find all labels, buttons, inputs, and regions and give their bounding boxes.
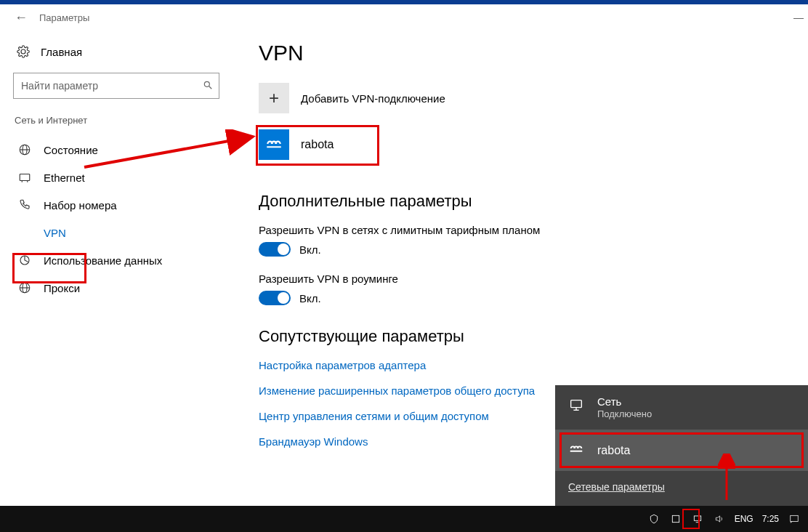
tray-security-icon[interactable] — [647, 514, 660, 524]
sidebar-item-dialup[interactable]: Набор номера — [13, 191, 219, 219]
taskbar: ENG 7:25 — [0, 506, 808, 532]
flyout-vpn-item[interactable]: rabota — [555, 430, 808, 471]
svg-point-0 — [204, 81, 209, 86]
tray-clock[interactable]: 7:25 — [762, 514, 779, 524]
toggle-roaming[interactable] — [259, 291, 291, 305]
sidebar-item-label: Прокси — [44, 282, 80, 294]
minimize-button[interactable]: — — [793, 12, 804, 23]
svg-rect-20 — [791, 515, 799, 521]
page-title: VPN — [259, 41, 808, 65]
search-input[interactable]: Найти параметр — [13, 73, 219, 99]
network-status: Подключено — [597, 408, 652, 419]
sidebar-item-ethernet[interactable]: Ethernet — [13, 164, 219, 191]
sidebar-item-status[interactable]: Состояние — [13, 136, 219, 164]
vpn-icon — [568, 441, 586, 461]
tray-network-icon[interactable] — [691, 514, 704, 524]
datausage-icon — [17, 254, 32, 267]
network-flyout: Сеть Подключено rabota Сетевые параметры — [555, 385, 808, 506]
option-metered-label: Разрешить VPN в сетях с лимитным тарифны… — [259, 224, 808, 236]
tray-volume-icon[interactable] — [713, 514, 726, 524]
sidebar-item-label: VPN — [44, 227, 66, 239]
status-icon — [17, 143, 32, 156]
vpn-connection-item[interactable]: rabota — [259, 129, 808, 160]
network-name: Сеть — [597, 395, 652, 408]
vpn-icon — [17, 226, 32, 239]
toggle-metered-state: Вкл. — [299, 243, 321, 256]
add-vpn-label: Добавить VPN-подключение — [301, 92, 445, 105]
tray-notifications-icon[interactable] — [788, 514, 801, 524]
svg-rect-17 — [672, 515, 679, 522]
search-icon — [203, 80, 213, 92]
home-item[interactable]: Главная — [13, 41, 219, 63]
svg-rect-18 — [694, 516, 700, 520]
tray-app-icon[interactable] — [669, 514, 682, 524]
ethernet-icon — [17, 171, 32, 184]
svg-line-1 — [209, 86, 212, 89]
section-label: Сеть и Интернет — [15, 115, 219, 126]
flyout-vpn-name: rabota — [597, 444, 630, 457]
sidebar-item-label: Использование данных — [44, 254, 162, 267]
window-title: Параметры — [39, 12, 89, 23]
network-settings-link[interactable]: Сетевые параметры — [555, 471, 808, 506]
network-status-item[interactable]: Сеть Подключено — [555, 385, 808, 430]
tray-language[interactable]: ENG — [735, 514, 754, 524]
plus-icon: + — [259, 83, 289, 113]
add-vpn-button[interactable]: + Добавить VPN-подключение — [259, 83, 808, 113]
option-roaming-label: Разрешить VPN в роуминге — [259, 273, 808, 285]
sidebar: Главная Найти параметр Сеть и Интернет С… — [0, 41, 233, 506]
home-label: Главная — [41, 46, 82, 58]
sidebar-item-vpn[interactable]: VPN — [13, 219, 219, 246]
advanced-heading: Дополнительные параметры — [259, 192, 808, 211]
sidebar-item-label: Ethernet — [44, 172, 85, 184]
sidebar-item-label: Набор номера — [44, 199, 117, 211]
sidebar-item-datausage[interactable]: Использование данных — [13, 246, 219, 274]
toggle-metered[interactable] — [259, 242, 291, 257]
sidebar-item-label: Состояние — [44, 144, 98, 156]
gear-icon — [16, 45, 31, 58]
sidebar-item-proxy[interactable]: Прокси — [13, 274, 219, 302]
toggle-roaming-state: Вкл. — [299, 292, 321, 305]
network-icon — [568, 397, 586, 416]
related-heading: Сопутствующие параметры — [259, 327, 808, 346]
svg-rect-5 — [20, 174, 30, 181]
globe-icon — [17, 281, 32, 294]
link-adapter-settings[interactable]: Настройка параметров адаптера — [259, 359, 808, 371]
annotation-highlight — [559, 432, 804, 468]
search-placeholder: Найти параметр — [21, 80, 98, 92]
svg-rect-13 — [571, 400, 582, 408]
back-button[interactable]: ← — [15, 10, 28, 25]
phone-icon — [17, 198, 32, 211]
vpn-connection-icon — [259, 129, 289, 160]
vpn-connection-name: rabota — [301, 138, 334, 151]
